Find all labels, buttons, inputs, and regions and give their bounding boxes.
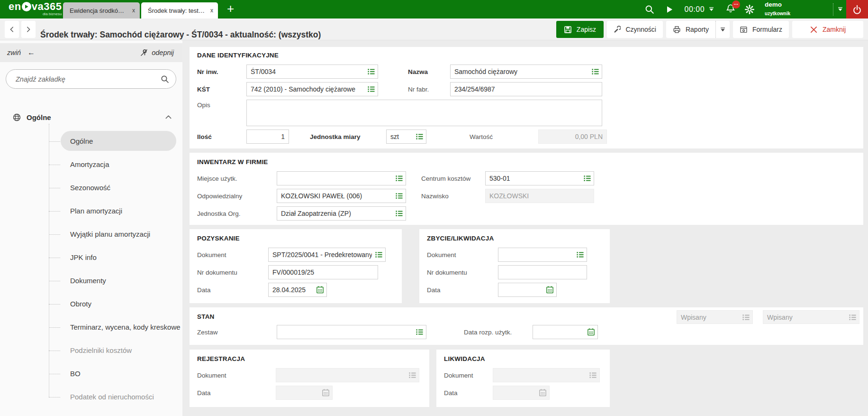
dokument-label: Dokument [444,372,493,379]
close-label: Zamknij [823,26,846,33]
topbar-separator [833,3,833,16]
zbycie-dokument-field[interactable] [498,248,587,262]
tab-close-icon[interactable]: x [210,7,213,14]
sidebar-item-bo[interactable]: BO [0,362,182,385]
sidebar-item-wyjatki-planu[interactable]: Wyjątki planu amortyzacji [0,222,182,246]
start-button[interactable] [665,5,674,14]
list-picker-icon[interactable] [416,328,424,336]
calendar-icon[interactable] [587,328,595,336]
kst-field[interactable] [246,82,378,96]
list-picker-icon [742,313,750,321]
work-timer[interactable]: 00:00 [685,5,705,14]
ilosc-label: Ilość [197,133,246,140]
list-picker-icon[interactable] [395,175,403,183]
odpowiedzialny-field[interactable] [277,189,406,203]
sidebar-item-amortyzacja[interactable]: Amortyzacja [0,153,182,176]
notifications-button[interactable]: ... [726,4,735,15]
reports-dropdown[interactable] [715,21,730,38]
search-button[interactable] [645,5,654,14]
jednostka-org-field[interactable] [277,206,406,221]
section-title: REJESTRACJA [197,355,422,362]
sidebar-item-podzielniki[interactable]: Podzielniki kosztów [0,339,182,362]
section-likwidacja: LIKWIDACJA Dokument Data [436,350,610,407]
list-picker-icon[interactable] [591,68,599,76]
forward-button[interactable] [21,21,36,38]
reports-button[interactable]: Raporty [666,21,730,38]
app-window: enva365 dla biznesu Ewidencja środków tr… [0,0,868,416]
sidebar-item-obroty[interactable]: Obroty [0,292,182,315]
tab-label: Ewidencja środków tr... [70,7,127,14]
miejsce-uzytk-field[interactable] [277,171,406,185]
sidebar-item-ogolne[interactable]: Ogólne [0,129,182,153]
list-picker-icon [408,371,416,379]
data-label: Data [427,287,498,294]
reports-label: Raporty [686,26,709,33]
jednostka-miary-field[interactable] [386,129,426,144]
sidebar-item-sezonowosc[interactable]: Sezonowość [0,176,182,199]
pozyskanie-dokument-field[interactable] [268,248,386,262]
ilosc-field[interactable] [246,129,289,144]
zbycie-nr-dokumentu-field[interactable] [498,265,587,279]
sidebar-item-podatek[interactable]: Podatek od nieruchomości [0,385,182,408]
sidebar-item-label: Terminarz, wycena, kody kreskowe [70,323,181,331]
floppy-icon [564,26,572,34]
list-picker-icon[interactable] [395,192,403,200]
nazwa-label: Nazwa [408,68,450,75]
calendar-icon[interactable] [546,286,554,294]
list-picker-icon[interactable] [367,68,375,76]
sidebar-item-label: Obroty [70,300,91,308]
chevron-down-icon [720,27,726,32]
sidebar-item-dokumenty[interactable]: Dokumenty [0,269,182,292]
user-menu[interactable]: demo uzytkownik [765,1,790,17]
calendar-icon [322,389,330,397]
search-icon [161,75,169,83]
list-picker-icon[interactable] [416,133,424,141]
new-tab-button[interactable]: + [227,2,234,17]
chevron-up-icon[interactable] [165,114,172,120]
tab-srodek-trwaly[interactable]: Środek trwały: test -... x [141,2,218,18]
data-label: Data [197,389,276,397]
centrum-kosztow-field[interactable] [485,171,594,185]
settings-button[interactable] [745,5,754,14]
data-rozp-field[interactable] [533,325,598,339]
list-picker-icon[interactable] [576,251,584,259]
opis-field[interactable] [246,100,602,126]
logout-button[interactable] [846,0,868,18]
calendar-icon[interactable] [316,286,324,294]
search-tab-input[interactable] [15,75,161,83]
panel-dropdown[interactable] [837,5,843,14]
pozyskanie-data-field[interactable] [268,283,327,297]
sidebar-item-label: Wyjątki planu amortyzacji [70,230,150,238]
close-button[interactable]: Zamknij [792,21,863,38]
unpin-button[interactable]: odepnij [152,49,174,56]
close-x-icon [810,26,818,34]
zbycie-data-field[interactable] [498,283,557,297]
sidebar-group-ogolne[interactable]: Ogólne [0,110,182,124]
dokument-label: Dokument [427,251,498,259]
section-title: DANE IDENTYFIKACYJNE [197,52,856,59]
sidebar-item-plan-amortyzacji[interactable]: Plan amortyzacji [0,199,182,222]
sidebar-item-jpk-info[interactable]: JPK info [0,246,182,269]
sidebar-item-terminarz[interactable]: Terminarz, wycena, kody kreskowe [0,315,182,339]
actions-button[interactable]: Czynności [607,21,663,38]
sidebar-item-label: Dokumenty [70,277,106,285]
timer-dropdown[interactable] [708,7,714,12]
nr-fabr-field[interactable] [450,82,602,96]
wartosc-field [538,129,607,144]
back-button[interactable] [5,21,19,38]
list-picker-icon[interactable] [395,210,403,218]
list-picker-icon[interactable] [375,251,383,259]
tab-ewidencja-srodkow[interactable]: Ewidencja środków tr... x [63,2,140,18]
section-stan: STAN Zestaw Data rozp. użytk. [190,307,863,345]
tab-close-icon[interactable]: x [132,7,135,14]
form-button[interactable]: Formularz [733,21,789,38]
list-picker-icon[interactable] [367,85,375,93]
nazwa-field[interactable] [450,65,602,79]
list-picker-icon[interactable] [583,175,591,183]
printer-icon [673,26,681,34]
nr-inw-field[interactable] [246,65,378,79]
collapse-sidebar-button[interactable]: zwiń← [7,48,35,57]
zestaw-field[interactable] [277,325,426,339]
pozyskanie-nr-dokumentu-field[interactable] [268,265,378,279]
save-button[interactable]: Zapisz [556,21,604,38]
